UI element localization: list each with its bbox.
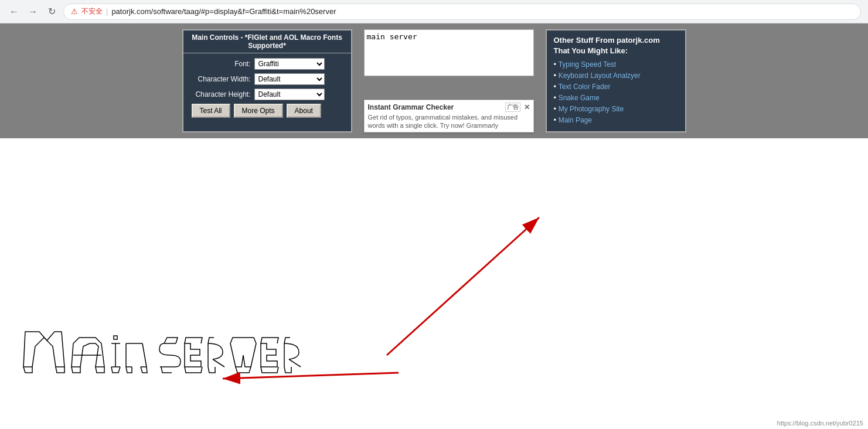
list-item: Text Color Fader	[554, 82, 678, 91]
list-item: Snake Game	[554, 93, 678, 102]
text-color-fader-link[interactable]: Text Color Fader	[559, 83, 611, 91]
list-item: Keyboard Layout Analzyer	[554, 71, 678, 80]
list-item: My Photography Site	[554, 104, 678, 113]
controls-area: Main Controls - *FIGlet and AOL Macro Fo…	[0, 23, 868, 138]
page-content: Main Controls - *FIGlet and AOL Macro Fo…	[0, 23, 868, 373]
security-text: 不安全	[81, 6, 103, 16]
text-input[interactable]: main server	[364, 29, 534, 76]
back-button[interactable]: ←	[7, 5, 21, 19]
svg-marker-39	[261, 343, 277, 367]
keyboard-layout-link[interactable]: Keyboard Layout Analzyer	[559, 72, 641, 80]
font-select[interactable]: Graffiti	[254, 58, 325, 70]
svg-line-37	[213, 359, 224, 367]
svg-line-32	[142, 343, 147, 367]
other-links-list: Typing Speed Test Keyboard Layout Analzy…	[554, 60, 678, 124]
char-width-row: Character Width: Default	[189, 73, 345, 85]
graffiti-art: .glyph { stroke: #000; stroke-width: 1.5…	[15, 314, 390, 392]
list-item: Typing Speed Test	[554, 60, 678, 69]
svg-marker-35	[185, 343, 201, 367]
grammar-close-button[interactable]: ✕	[524, 103, 530, 111]
buttons-row: Test All More Opts About	[189, 104, 345, 118]
security-icon: ⚠	[71, 7, 78, 16]
divider: |	[106, 7, 108, 16]
test-all-button[interactable]: Test All	[192, 104, 230, 118]
typing-speed-link[interactable]: Typing Speed Test	[559, 60, 617, 69]
forward-button[interactable]: →	[26, 5, 40, 19]
footer-watermark: https://blog.csdn.net/yubr0215	[777, 420, 863, 427]
ad-label: 广告	[505, 103, 520, 112]
char-width-label: Character Width:	[189, 75, 251, 83]
more-opts-button[interactable]: More Opts	[234, 104, 283, 118]
svg-marker-24	[72, 338, 104, 367]
svg-marker-23	[23, 332, 64, 367]
grammar-title: Instant Grammar Checker	[368, 103, 454, 111]
font-label: Font:	[189, 60, 251, 68]
ascii-area: _____ ___ _____ _____ ___ ___________ __…	[0, 138, 868, 373]
about-button[interactable]: About	[287, 104, 321, 118]
text-input-area: main server Instant Grammar Checker 广告 ✕…	[364, 29, 534, 132]
browser-chrome: ← → ↻ ⚠ 不安全 | patorjk.com/software/taag/…	[0, 0, 868, 23]
other-stuff-panel: Other Stuff From patorjk.com That You Mi…	[546, 29, 686, 132]
address-bar[interactable]: ⚠ 不安全 | patorjk.com/software/taag/#p=dis…	[63, 4, 861, 20]
main-controls-panel: Main Controls - *FIGlet and AOL Macro Fo…	[182, 29, 352, 132]
char-height-label: Character Height:	[189, 90, 251, 98]
panel-title: Main Controls - *FIGlet and AOL Macro Fo…	[183, 30, 351, 53]
url-text: patorjk.com/software/taag/#p=display&f=G…	[111, 7, 336, 16]
grammar-ad-row: 广告 ✕	[505, 103, 530, 112]
svg-line-41	[289, 359, 301, 367]
main-page-link[interactable]: Main Page	[559, 116, 592, 124]
other-stuff-title: Other Stuff From patorjk.com That You Mi…	[554, 35, 678, 56]
list-item: Main Page	[554, 115, 678, 124]
font-row: Font: Graffiti	[189, 58, 345, 70]
char-width-select[interactable]: Default	[254, 73, 325, 85]
svg-rect-29	[114, 336, 117, 339]
graffiti-svg: .glyph { stroke: #000; stroke-width: 1.5…	[15, 314, 390, 390]
grammar-overlay: Instant Grammar Checker 广告 ✕ Get rid of …	[364, 100, 534, 133]
char-height-select[interactable]: Default	[254, 88, 325, 100]
svg-marker-38	[230, 338, 256, 367]
snake-game-link[interactable]: Snake Game	[559, 94, 600, 102]
grammar-header: Instant Grammar Checker 广告 ✕	[368, 103, 530, 112]
reload-button[interactable]: ↻	[45, 5, 59, 19]
char-height-row: Character Height: Default	[189, 88, 345, 100]
grammar-text: Get rid of typos, grammatical mistakes, …	[368, 113, 530, 130]
panel-body: Font: Graffiti Character Width: Default …	[183, 53, 351, 122]
photography-link[interactable]: My Photography Site	[559, 105, 624, 113]
svg-line-44	[387, 217, 539, 355]
